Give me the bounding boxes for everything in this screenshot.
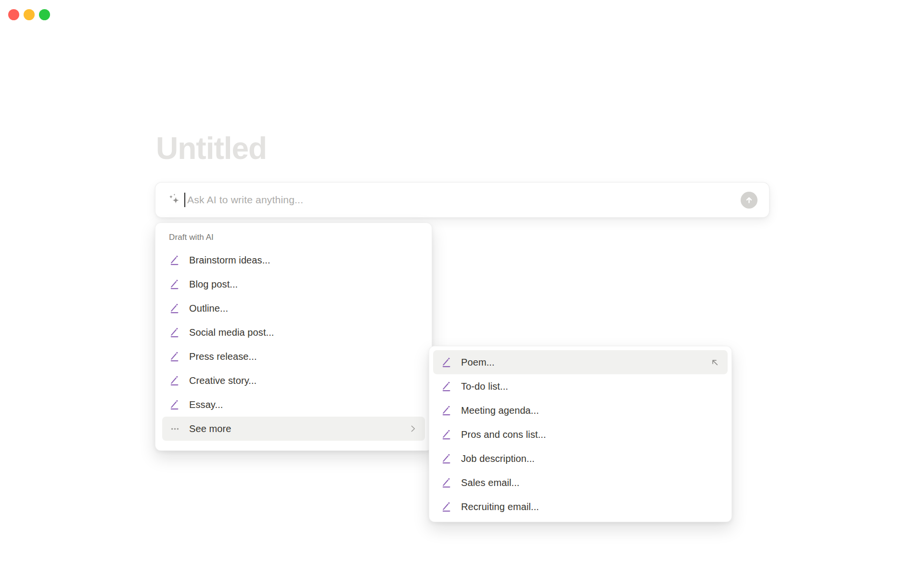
pencil-icon [169, 302, 180, 314]
menu-item-pros-and-cons-list[interactable]: Pros and cons list... [433, 422, 728, 447]
ai-input-placeholder: Ask AI to write anything... [187, 194, 741, 206]
pencil-icon [441, 356, 452, 368]
pencil-icon [441, 381, 452, 392]
menu-item-sales-email[interactable]: Sales email... [433, 471, 728, 495]
pencil-icon [441, 453, 452, 464]
notion-ai-window: Untitled Ask AI to write anything... Dra… [0, 0, 924, 578]
arrow-up-left-icon [709, 357, 720, 368]
pencil-icon [441, 429, 452, 440]
pencil-icon [441, 405, 452, 416]
menu-item-label: Press release... [189, 351, 418, 362]
pencil-icon [169, 254, 180, 266]
menu-item-to-do-list[interactable]: To-do list... [433, 374, 728, 398]
menu-item-creative-story[interactable]: Creative story... [162, 368, 425, 393]
menu-item-brainstorm-ideas[interactable]: Brainstorm ideas... [162, 248, 425, 272]
menu-item-label: Creative story... [189, 375, 418, 386]
menu-item-job-description[interactable]: Job description... [433, 447, 728, 471]
menu-item-label: Essay... [189, 399, 418, 410]
page-title-placeholder[interactable]: Untitled [156, 133, 267, 164]
menu-item-label: See more [189, 423, 402, 434]
pencil-icon [169, 327, 180, 338]
arrow-up-icon [744, 196, 754, 205]
minimize-button[interactable] [24, 9, 35, 20]
menu-item-label: Meeting agenda... [461, 405, 720, 416]
menu-item-recruiting-email[interactable]: Recruiting email... [433, 495, 728, 519]
submit-button[interactable] [741, 192, 757, 209]
pencil-icon [169, 399, 180, 410]
zoom-button[interactable] [39, 9, 50, 20]
menu-item-label: Poem... [461, 357, 704, 368]
draft-with-ai-menu: Draft with AI Brainstorm ideas...Blog po… [155, 223, 432, 451]
draft-menu-items: Brainstorm ideas...Blog post...Outline..… [162, 248, 425, 441]
pencil-icon [169, 278, 180, 290]
menu-item-social-media-post[interactable]: Social media post... [162, 320, 425, 344]
menu-item-label: Brainstorm ideas... [189, 255, 418, 266]
pencil-icon [169, 351, 180, 362]
menu-item-label: Pros and cons list... [461, 429, 720, 440]
submenu-items: Poem...To-do list...Meeting agenda...Pro… [433, 350, 728, 519]
pencil-icon [441, 501, 452, 512]
menu-item-label: Sales email... [461, 477, 720, 488]
menu-item-press-release[interactable]: Press release... [162, 344, 425, 368]
ellipsis-icon [169, 423, 180, 434]
see-more-submenu: Poem...To-do list...Meeting agenda...Pro… [429, 346, 732, 522]
menu-item-essay[interactable]: Essay... [162, 393, 425, 417]
ai-prompt-input[interactable]: Ask AI to write anything... [155, 182, 770, 218]
pencil-icon [441, 477, 452, 488]
chevron-right-icon [408, 423, 418, 434]
menu-item-outline[interactable]: Outline... [162, 296, 425, 320]
menu-item-label: Recruiting email... [461, 501, 720, 512]
menu-item-meeting-agenda[interactable]: Meeting agenda... [433, 398, 728, 422]
menu-item-label: Job description... [461, 453, 720, 464]
menu-section-header: Draft with AI [162, 230, 425, 248]
pencil-icon [169, 375, 180, 386]
menu-item-blog-post[interactable]: Blog post... [162, 272, 425, 296]
menu-item-see-more[interactable]: See more [162, 417, 425, 441]
sparkle-icon [167, 193, 181, 207]
text-cursor [184, 193, 185, 207]
menu-item-label: To-do list... [461, 381, 720, 392]
menu-item-label: Blog post... [189, 279, 418, 290]
window-controls [8, 9, 50, 20]
menu-item-label: Outline... [189, 303, 418, 314]
menu-item-label: Social media post... [189, 327, 418, 338]
menu-item-poem[interactable]: Poem... [433, 350, 728, 374]
close-button[interactable] [8, 9, 19, 20]
